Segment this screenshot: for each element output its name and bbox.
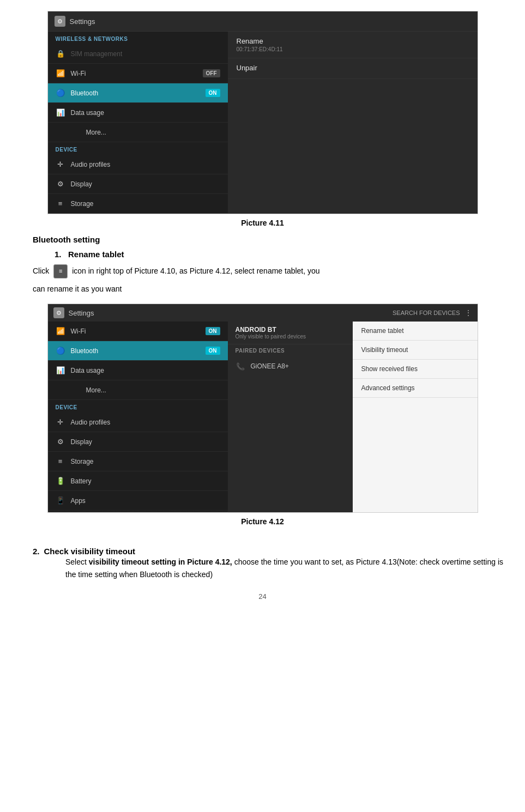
data-usage-item-1[interactable]: 📊 Data usage <box>48 103 228 123</box>
step-2-title: Check visibility timeout <box>44 547 136 556</box>
bluetooth-item-2[interactable]: 🔵 Bluetooth ON <box>48 341 228 361</box>
screenshot-1: ⚙ Settings WIRELESS & NETWORKS 🔒 SIM man… <box>47 11 478 214</box>
caption-2: Picture 4.12 <box>22 517 503 526</box>
bluetooth-toggle-1[interactable]: ON <box>206 89 220 97</box>
right-area-2: ANDROID BT Only visible to paired device… <box>228 322 478 512</box>
settings-title-1: Settings <box>70 17 95 26</box>
gionee-device-item[interactable]: 📞 GiONEE A8+ <box>228 357 353 376</box>
audio-profiles-item-2[interactable]: ✛ Audio profiles <box>48 413 228 432</box>
settings-header-1: ⚙ Settings <box>48 11 478 32</box>
apps-item[interactable]: 📱 Apps <box>48 491 228 511</box>
data-usage-icon-2: 📊 <box>56 366 65 375</box>
battery-item[interactable]: 🔋 Battery <box>48 471 228 491</box>
more-icon-1 <box>56 128 65 137</box>
check-visibility-section: 2. Check visibility timeout Select visib… <box>33 547 503 581</box>
dropdown-menu: Rename tablet Visibility timeout Show re… <box>353 322 478 512</box>
settings-app-icon: ⚙ <box>55 16 65 27</box>
audio-icon-1: ✛ <box>56 160 65 169</box>
menu-inline-icon: ≡ <box>53 264 68 278</box>
bluetooth-item-1[interactable]: 🔵 Bluetooth ON <box>48 83 228 103</box>
data-usage-icon-1: 📊 <box>56 108 65 118</box>
wifi-item-1[interactable]: 📶 Wi-Fi OFF <box>48 64 228 83</box>
data-usage-item-2[interactable]: 📊 Data usage <box>48 361 228 380</box>
more-item-2[interactable]: More... <box>48 380 228 400</box>
section-wireless: WIRELESS & NETWORKS <box>48 32 228 44</box>
display-item-1[interactable]: ⚙ Display <box>48 174 228 194</box>
more-icon-2 <box>56 385 65 395</box>
storage-item-2[interactable]: ≡ Storage <box>48 452 228 471</box>
wifi-toggle-2[interactable]: ON <box>206 327 220 335</box>
text-block-1: Click ≡ icon in right top of Picture 4.1… <box>33 264 503 278</box>
display-item-2[interactable]: ⚙ Display <box>48 432 228 452</box>
phone-icon: 📞 <box>236 361 245 371</box>
step-1: 1. Rename tablet <box>55 250 503 259</box>
bold-visibility-text: visibility timeout setting in Picture 4.… <box>89 558 232 566</box>
audio-profiles-item-1[interactable]: ✛ Audio profiles <box>48 155 228 174</box>
step-1-title: 1. Rename tablet <box>55 250 503 259</box>
android-bt-title: ANDROID BT <box>236 326 345 334</box>
bluetooth-toggle-2[interactable]: ON <box>206 347 220 355</box>
bluetooth-section-title: Bluetooth setting <box>33 235 503 244</box>
audio-icon-2: ✛ <box>56 417 65 427</box>
search-for-devices-btn[interactable]: SEARCH FOR DEVICES <box>393 310 460 316</box>
settings-left-panel-2: 📶 Wi-Fi ON 🔵 Bluetooth ON 📊 Data usage M… <box>48 322 228 512</box>
section-device-2: DEVICE <box>48 400 228 413</box>
storage-icon-2: ≡ <box>56 457 65 466</box>
ss2-top-bar: ⚙ Settings SEARCH FOR DEVICES ⋮ <box>48 304 478 322</box>
battery-icon: 🔋 <box>56 476 65 486</box>
step-2-number: 2. <box>33 547 40 556</box>
storage-icon-1: ≡ <box>56 199 65 209</box>
show-received-files-option[interactable]: Show received files <box>353 360 478 379</box>
settings-app-icon-2: ⚙ <box>53 307 64 318</box>
sim-icon: 🔒 <box>56 49 65 59</box>
ss2-top-right: SEARCH FOR DEVICES ⋮ <box>393 308 472 317</box>
visibility-timeout-option[interactable]: Visibility timeout <box>353 341 478 360</box>
paired-devices-label: PAIRED DEVICES <box>228 344 353 357</box>
settings-title-2: Settings <box>69 309 94 317</box>
text-block-2: can rename it as you want <box>33 283 503 295</box>
more-item-1[interactable]: More... <box>48 123 228 142</box>
android-bt-section: ANDROID BT Only visible to paired device… <box>228 322 353 344</box>
wifi-toggle-1[interactable]: OFF <box>203 69 220 77</box>
settings-right-panel-1: Rename 00:71:37:ED:4D:11 Unpair <box>228 32 478 214</box>
android-bt-sub: Only visible to paired devices <box>236 334 345 340</box>
menu-dots-icon[interactable]: ⋮ <box>464 308 472 317</box>
bluetooth-icon-2: 🔵 <box>56 346 65 356</box>
display-icon-2: ⚙ <box>56 437 65 447</box>
apps-icon: 📱 <box>56 496 65 506</box>
screenshot-2: ⚙ Settings SEARCH FOR DEVICES ⋮ 📶 Wi-Fi … <box>47 304 478 513</box>
storage-item-1[interactable]: ≡ Storage <box>48 194 228 214</box>
wifi-icon-2: 📶 <box>56 326 65 336</box>
right-content-2: ANDROID BT Only visible to paired device… <box>228 322 353 512</box>
rename-item[interactable]: Rename 00:71:37:ED:4D:11 <box>228 32 478 58</box>
sim-management-item[interactable]: 🔒 SIM management <box>48 44 228 64</box>
page-number: 24 <box>22 592 503 601</box>
advanced-settings-option[interactable]: Advanced settings <box>353 379 478 398</box>
unpair-item[interactable]: Unpair <box>228 58 478 79</box>
display-icon-1: ⚙ <box>56 179 65 189</box>
click-label: Click <box>33 266 49 275</box>
section-device-1: DEVICE <box>48 142 228 155</box>
rename-tablet-option[interactable]: Rename tablet <box>353 322 478 341</box>
settings-left-panel-1: WIRELESS & NETWORKS 🔒 SIM management 📶 W… <box>48 32 228 214</box>
step-2-text: Select visibility timeout setting in Pic… <box>65 556 503 581</box>
wifi-icon-1: 📶 <box>56 69 65 78</box>
caption-1: Picture 4.11 <box>22 219 503 227</box>
wifi-item-2[interactable]: 📶 Wi-Fi ON <box>48 322 228 341</box>
bluetooth-icon-1: 🔵 <box>56 88 65 98</box>
